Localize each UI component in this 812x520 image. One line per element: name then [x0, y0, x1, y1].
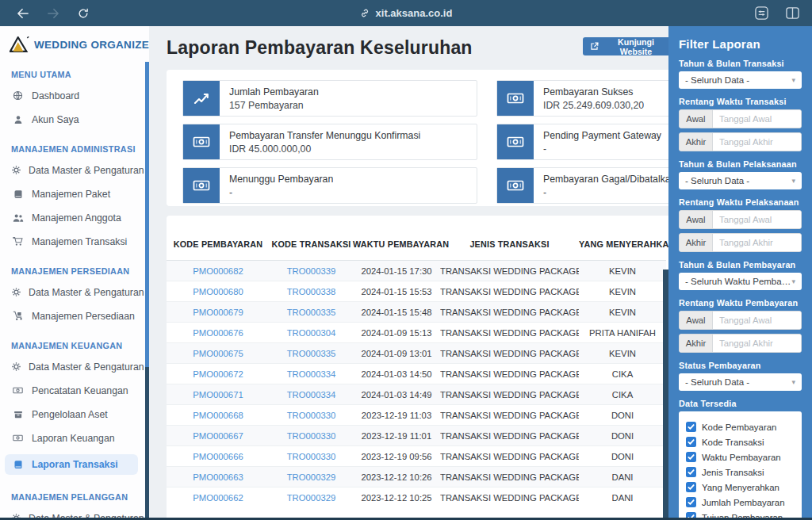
table-row: PMO000680TRO0003382024-01-15 15:53TRANSA…	[167, 281, 666, 302]
sidebar-item-manajemen-paket[interactable]: Manajemen Paket	[11, 186, 138, 201]
data-checkbox-row[interactable]: Kode Pembayaran	[686, 422, 795, 432]
data-checkbox-row[interactable]: Kode Transaksi	[686, 437, 795, 447]
input-addon: Awal	[680, 312, 713, 329]
payment-code-link[interactable]: PMO000666	[167, 446, 270, 467]
data-checkbox-row[interactable]: Yang Menyerahkan	[686, 482, 795, 492]
filter-select[interactable]: - Seluruh Data -▾	[679, 373, 802, 391]
filter-select[interactable]: - Seluruh Data -▾	[679, 172, 802, 189]
transaction-code-link[interactable]: TRO000330	[270, 405, 353, 426]
browser-toolbar: xit.aksana.co.id	[0, 0, 812, 26]
date-input[interactable]	[713, 335, 801, 352]
payment-code-link[interactable]: PMO000680	[167, 281, 270, 302]
sidebar-item-label: Akun Saya	[32, 114, 79, 125]
sidebar-item-manajemen-anggota[interactable]: Manajemen Anggota	[11, 210, 138, 225]
filter-label: Data Tersedia	[679, 399, 802, 408]
url-bar[interactable]: xit.aksana.co.id	[360, 7, 453, 19]
payment-code-link[interactable]: PMO000679	[167, 302, 270, 323]
sidebar-item-label: Manajemen Paket	[32, 189, 110, 200]
transaction-code-link[interactable]: TRO000334	[270, 364, 353, 384]
transaction-code-link[interactable]: TRO000335	[270, 343, 353, 364]
sidebar-item-data-master-pengaturan[interactable]: Data Master & Pengaturan	[11, 359, 138, 374]
checkbox-checked-icon[interactable]	[686, 467, 696, 477]
date-input[interactable]	[713, 211, 801, 228]
checkbox-label: Waktu Pembayaran	[702, 453, 781, 462]
sidebar-item-akun-saya[interactable]: Akun Saya	[11, 112, 138, 127]
table-cell: 2023-12-12 10:25	[353, 488, 440, 508]
date-input-group: Awal	[679, 210, 802, 229]
sidebar-item-laporan-keuangan[interactable]: Laporan Keuangan	[11, 430, 138, 445]
transaction-code-link[interactable]: TRO000330	[270, 446, 353, 467]
logo-triangle-icon	[10, 36, 29, 52]
payment-code-link[interactable]: PMO000667	[167, 426, 270, 446]
checkbox-checked-icon[interactable]	[686, 452, 696, 462]
date-input[interactable]	[713, 110, 801, 128]
checkbox-checked-icon[interactable]	[686, 437, 696, 447]
sidebar-item-pengelolaan-aset[interactable]: Pengelolaan Aset	[11, 407, 138, 422]
payment-code-link[interactable]: PMO000676	[167, 323, 270, 343]
sidebar-item-pencatatan-keuangan[interactable]: Pencatatan Keuangan	[11, 383, 138, 398]
sidebar-item-laporan-transaksi[interactable]: Laporan Transaksi	[5, 454, 138, 475]
reload-icon[interactable]	[73, 3, 94, 24]
column-header[interactable]: KODE TRANSAKSI	[270, 235, 353, 261]
date-input-group: Awal	[679, 109, 802, 128]
date-input-group: Akhir	[679, 233, 802, 252]
money-bill-icon	[497, 81, 534, 116]
data-checkbox-row[interactable]: Jumlah Pembayaran	[686, 497, 795, 507]
filter-select[interactable]: - Seluruh Waktu Pemba…▾	[679, 273, 802, 290]
table-row: PMO000676TRO0003042024-01-09 15:13TRANSA…	[167, 323, 666, 343]
stat-label: Jumlah Pembayaran	[229, 86, 319, 99]
payment-code-link[interactable]: PMO000671	[167, 384, 270, 405]
table-row: PMO000662TRO0003292023-12-12 10:25TRANSA…	[167, 488, 666, 508]
column-header[interactable]: YANG MENYERAHKAN	[579, 235, 666, 261]
column-header[interactable]: KODE PEMBAYARAN	[167, 235, 270, 261]
filter-select[interactable]: - Seluruh Data -▾	[679, 71, 802, 89]
sidebar-item-data-master-pengaturan[interactable]: Data Master & Pengaturan	[11, 162, 138, 178]
transaction-code-link[interactable]: TRO000304	[270, 323, 353, 343]
visit-website-button[interactable]: Kunjungi Website	[583, 37, 676, 55]
sidebar-item-data-master-pengaturan[interactable]: Data Master & Pengaturan	[11, 285, 138, 300]
stat-text: Pembayaran Transfer Menunggu KonfirmasiI…	[220, 124, 420, 159]
payment-code-link[interactable]: PMO000662	[167, 488, 270, 508]
transaction-code-link[interactable]: TRO000339	[270, 261, 353, 281]
sidebar-section-title: MANAJEMEN PELANGGAN	[11, 492, 138, 502]
transaction-code-link[interactable]: TRO000334	[270, 384, 353, 405]
forward-icon[interactable]	[43, 3, 63, 24]
sidebar-item-dashboard[interactable]: Dashboard	[11, 88, 138, 103]
date-input[interactable]	[713, 312, 801, 329]
money-icon	[11, 385, 25, 396]
sidebar-item-manajemen-persediaan[interactable]: Manajemen Persediaan	[11, 308, 138, 323]
main-scrollbar-track[interactable]	[663, 270, 668, 520]
stat-label: Pembayaran Transfer Menunggu Konfirmasi	[229, 129, 420, 143]
data-checkbox-row[interactable]: Jenis Transaksi	[686, 467, 795, 477]
payment-code-link[interactable]: PMO000682	[167, 261, 270, 281]
date-input[interactable]	[713, 133, 801, 151]
checkbox-checked-icon[interactable]	[686, 422, 696, 432]
data-checkbox-row[interactable]: Waktu Pembayaran	[686, 452, 795, 462]
users-icon	[11, 213, 25, 223]
payment-code-link[interactable]: PMO000675	[167, 343, 270, 364]
split-view-icon[interactable]	[786, 6, 799, 20]
sidebar-item-manajemen-transaksi[interactable]: Manajemen Transaksi	[11, 234, 138, 249]
logo-text: WEDDING ORGANIZE	[34, 39, 149, 51]
column-header[interactable]: JENIS TRANSAKSI	[440, 235, 579, 261]
transaction-code-link[interactable]: TRO000338	[270, 281, 353, 302]
transaction-code-link[interactable]: TRO000329	[270, 467, 353, 488]
extensions-icon[interactable]	[755, 6, 768, 20]
checkbox-checked-icon[interactable]	[686, 497, 696, 507]
stat-label: Pembayaran Gagal/Dibatalkan	[543, 173, 676, 186]
payment-code-link[interactable]: PMO000663	[167, 467, 270, 488]
app-logo[interactable]: WEDDING ORGANIZE	[0, 26, 149, 52]
table-cell: 2024-01-09 15:13	[353, 323, 440, 343]
transaction-code-link[interactable]: TRO000330	[270, 426, 353, 446]
sidebar-item-label: Data Master & Pengaturan	[29, 287, 144, 298]
transaction-code-link[interactable]: TRO000329	[270, 488, 353, 508]
cogs-icon	[11, 287, 21, 297]
checkbox-checked-icon[interactable]	[686, 482, 696, 492]
transaction-code-link[interactable]: TRO000335	[270, 302, 353, 323]
payment-code-link[interactable]: PMO000668	[167, 405, 270, 426]
column-header[interactable]: WAKTU PEMBAYARAN	[353, 235, 440, 261]
table-cell: CIKA	[579, 364, 666, 384]
payment-code-link[interactable]: PMO000672	[167, 364, 270, 384]
back-icon[interactable]	[13, 3, 33, 24]
date-input[interactable]	[713, 234, 801, 251]
